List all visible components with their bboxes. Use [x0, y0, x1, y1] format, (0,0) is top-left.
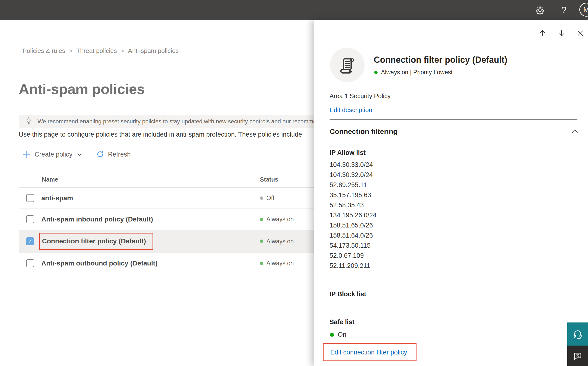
status-cell: Always on [260, 260, 294, 267]
ip-allow-entry: 52.58.35.43 [330, 200, 376, 210]
status-cell: Always on [260, 216, 294, 223]
breadcrumb-policies-rules[interactable]: Policies & rules [22, 47, 65, 55]
safe-list-status-label: On [338, 331, 346, 338]
ip-allow-entry: 52.0.67.109 [330, 251, 376, 261]
policy-name[interactable]: anti-spam [41, 194, 73, 202]
create-policy-button[interactable]: Create policy [22, 151, 83, 158]
connection-filtering-heading: Connection filtering [330, 128, 397, 136]
row-checkbox[interactable] [26, 215, 34, 223]
column-header-name[interactable]: Name [42, 176, 58, 183]
status-dot-icon [260, 262, 263, 265]
breadcrumb-threat-policies[interactable]: Threat policies [76, 47, 117, 55]
flyout-status-text: Always on | Priority Lowest [381, 69, 453, 76]
top-app-bar: ? M [0, 0, 588, 20]
breadcrumb: Policies & rules > Threat policies > Ant… [22, 47, 179, 55]
table-header: Name Status [19, 169, 319, 188]
settings-gear-icon[interactable] [534, 0, 546, 20]
help-icon[interactable]: ? [559, 0, 569, 20]
ip-allow-entry: 158.51.64.0/26 [330, 230, 376, 240]
headset-icon [572, 328, 583, 340]
support-button[interactable] [567, 322, 588, 346]
row-checkbox[interactable]: ✓ [26, 237, 34, 245]
table-row[interactable]: Anti-spam inbound policy (Default) Alway… [19, 209, 319, 230]
close-icon[interactable] [576, 29, 584, 37]
ip-allow-entry: 104.30.33.0/24 [330, 160, 376, 170]
divider [330, 119, 577, 120]
ip-allow-entry: 52.89.255.11 [330, 180, 376, 190]
refresh-button[interactable]: Refresh [83, 150, 131, 159]
status-cell: Off [260, 195, 274, 201]
status-cell: Always on [260, 238, 294, 245]
status-dot-icon [260, 239, 263, 243]
table-row[interactable]: ✓ Connection filter policy (Default) Alw… [19, 230, 319, 253]
status-label: Always on [266, 260, 294, 267]
status-dot-icon [260, 197, 263, 200]
chevron-up-icon[interactable] [571, 128, 578, 134]
chevron-down-icon [76, 151, 83, 158]
status-dot-icon [374, 71, 378, 74]
policy-description: Area 1 Security Policy [330, 92, 390, 100]
breadcrumb-separator: > [121, 48, 124, 54]
policy-table-body: anti-spam Off Anti-spam inbound policy (… [19, 188, 319, 274]
safe-list-heading: Safe list [330, 318, 354, 326]
feedback-chat-icon [573, 351, 583, 361]
previous-item-arrow-up-icon[interactable] [539, 29, 546, 37]
table-row[interactable]: anti-spam Off [19, 188, 319, 209]
plus-icon [22, 151, 30, 158]
banner-text: We recommend enabling preset security po… [37, 118, 316, 125]
page-title: Anti-spam policies [19, 81, 145, 97]
edit-description-link[interactable]: Edit description [330, 106, 372, 114]
ip-allow-entry: 52.11.209.211 [330, 261, 376, 271]
refresh-label: Refresh [108, 151, 131, 158]
ip-allow-entry: 158.51.65.0/26 [330, 220, 376, 230]
edit-connection-filter-policy-link[interactable]: Edit connection filter policy [330, 349, 407, 356]
row-checkbox[interactable] [26, 259, 34, 267]
status-dot-icon [330, 333, 334, 337]
breadcrumb-anti-spam-policies[interactable]: Anti-spam policies [128, 47, 179, 55]
create-policy-label: Create policy [35, 151, 73, 158]
ip-allow-entry: 35.157.195.63 [330, 190, 376, 200]
lightbulb-icon [24, 117, 33, 126]
ip-allow-entry: 104.30.32.0/24 [330, 170, 376, 180]
policy-name[interactable]: Anti-spam outbound policy (Default) [41, 259, 158, 267]
policy-table: Name Status anti-spam Off Anti-spam inbo… [19, 169, 319, 274]
safe-list-status: On [330, 331, 346, 338]
flyout-title: Connection filter policy (Default) [374, 55, 507, 65]
ip-allow-list-heading: IP Allow list [330, 149, 366, 157]
column-header-status[interactable]: Status [260, 176, 278, 183]
status-label: Always on [266, 238, 294, 245]
ip-allow-entry: 134.195.26.0/24 [330, 210, 376, 220]
feedback-button[interactable] [567, 346, 588, 366]
refresh-icon [96, 150, 104, 159]
policy-name[interactable]: Anti-spam inbound policy (Default) [41, 215, 153, 223]
table-row[interactable]: Anti-spam outbound policy (Default) Alwa… [19, 253, 319, 274]
policy-details-flyout: Connection filter policy (Default) Alway… [314, 20, 588, 366]
row-checkbox[interactable] [26, 194, 34, 202]
flyout-status-line: Always on | Priority Lowest [374, 69, 453, 76]
ip-block-list-heading: IP Block list [330, 290, 366, 298]
policy-avatar [330, 48, 365, 82]
page-description: Use this page to configure policies that… [19, 131, 314, 138]
policy-name[interactable]: Connection filter policy (Default) [39, 233, 153, 250]
status-label: Always on [266, 216, 294, 223]
ip-allow-list: 104.30.33.0/24104.30.32.0/2452.89.255.11… [330, 160, 376, 271]
recommendation-banner: We recommend enabling preset security po… [19, 115, 319, 128]
ip-allow-entry: 54.173.50.115 [330, 240, 376, 251]
edit-link-highlight-box: Edit connection filter policy [323, 343, 417, 361]
next-item-arrow-down-icon[interactable] [558, 29, 566, 37]
avatar[interactable]: M [579, 3, 588, 17]
screen: ? M Policies & rules > Threat policies >… [0, 0, 588, 366]
toolbar: Create policy Refresh [22, 149, 131, 160]
status-dot-icon [260, 218, 263, 221]
status-label: Off [266, 195, 274, 201]
breadcrumb-separator: > [69, 48, 73, 54]
scroll-icon [338, 56, 356, 74]
